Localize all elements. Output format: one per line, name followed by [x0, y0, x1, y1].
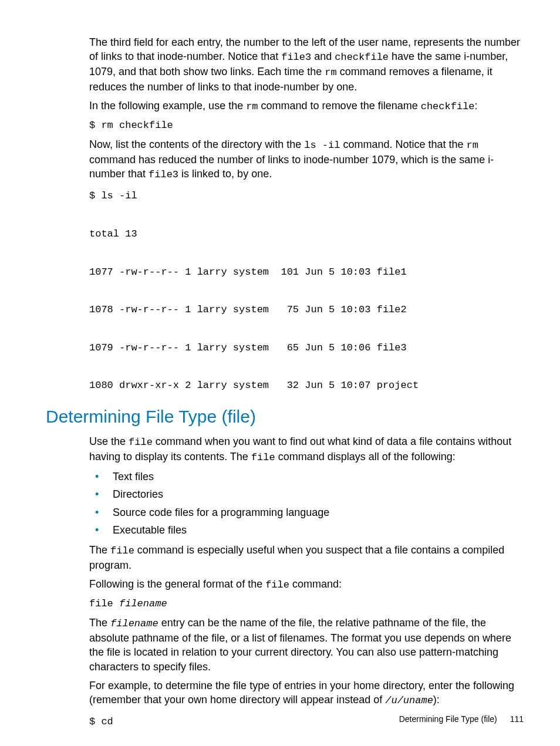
text: command displays all of the following: — [275, 451, 456, 463]
code-inline-italic: /u/uname — [385, 695, 433, 706]
code-inline: checkfile — [421, 101, 475, 112]
list-item: Text files — [89, 470, 524, 484]
paragraph: Use the file command when you want to fi… — [89, 434, 524, 465]
text: In the following example, use the — [89, 100, 246, 112]
footer-title: Determining File Type (file) — [399, 714, 497, 724]
paragraph: Now, list the contents of the directory … — [89, 137, 524, 182]
text: The — [89, 544, 110, 556]
code-block-rm: $ rm checkfile — [89, 119, 524, 133]
footer-page-number: 111 — [510, 714, 524, 724]
code-inline-italic: filename — [110, 618, 158, 629]
text: and — [311, 50, 335, 62]
list-item: Source code files for a programming lang… — [89, 505, 524, 519]
paragraph: The third field for each entry, the numb… — [89, 35, 524, 94]
bullet-list: Text files Directories Source code files… — [89, 470, 524, 537]
paragraph: The file command is especially useful wh… — [89, 543, 524, 572]
code-italic: filename — [119, 598, 167, 609]
code-inline: file — [110, 545, 134, 556]
code-inline: checkfile — [335, 52, 389, 63]
code-inline: file3 — [281, 52, 311, 63]
text: command. Notice that the — [340, 139, 466, 150]
list-item: Executable files — [89, 523, 524, 537]
text: For example, to determine the file type … — [89, 680, 514, 706]
code-inline: ls -il — [304, 140, 340, 151]
code-inline: file — [251, 452, 275, 463]
paragraph: Following is the general format of the f… — [89, 577, 524, 592]
code-inline: file — [129, 437, 153, 448]
text: is linked to, by one. — [178, 168, 272, 180]
paragraph: The filename entry can be the name of th… — [89, 616, 524, 674]
text: command to remove the filename — [258, 100, 421, 112]
code-inline: file3 — [149, 169, 178, 180]
code-block-file-syntax: file filename — [89, 597, 524, 611]
paragraph: In the following example, use the rm com… — [89, 99, 524, 114]
text: command is especially useful when you su… — [89, 544, 504, 571]
code-inline: rm — [467, 140, 478, 151]
section-heading: Determining File Type (file) — [46, 405, 524, 429]
text: : — [475, 100, 478, 112]
code-block-ls: $ ls -il total 13 1077 -rw-r--r-- 1 larr… — [89, 187, 524, 395]
text: The — [89, 617, 110, 629]
text: Now, list the contents of the directory … — [89, 139, 304, 150]
text: ): — [433, 694, 440, 706]
code-inline: rm — [246, 101, 258, 112]
code-text: file — [89, 598, 119, 609]
list-item: Directories — [89, 487, 524, 501]
code-inline: file — [265, 579, 289, 590]
paragraph: For example, to determine the file type … — [89, 679, 524, 708]
text: Following is the general format of the — [89, 578, 265, 590]
text: command: — [289, 578, 342, 590]
code-inline: rm — [325, 67, 336, 78]
page-footer: Determining File Type (file) 111 — [399, 714, 524, 725]
text: Use the — [89, 436, 129, 447]
